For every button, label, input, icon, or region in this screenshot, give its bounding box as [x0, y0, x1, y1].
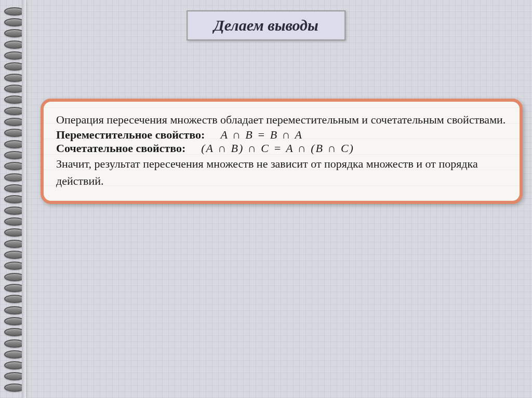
property-2-formula: (A ∩ B) ∩ C = A ∩ (B ∩ C) [201, 142, 354, 155]
property-2-label: Сочетательное свойство: [56, 142, 185, 155]
intro-text: Операция пересечения множеств обладает п… [56, 111, 507, 128]
property-1-label: Переместительное свойство: [56, 128, 205, 142]
property-2-row: Сочетательное свойство: (A ∩ B) ∩ C = A … [56, 142, 507, 155]
page-title: Делаем выводы [214, 17, 318, 34]
content-box: Операция пересечения множеств обладает п… [41, 99, 523, 204]
paper-edge [22, 0, 26, 398]
title-box: Делаем выводы [187, 10, 345, 40]
conclusion-text: Значит, результат пересечения множеств н… [56, 155, 507, 189]
property-1-row: Переместительное свойство: A ∩ B = B ∩ A [56, 128, 507, 142]
property-1-formula: A ∩ B = B ∩ A [220, 128, 303, 142]
